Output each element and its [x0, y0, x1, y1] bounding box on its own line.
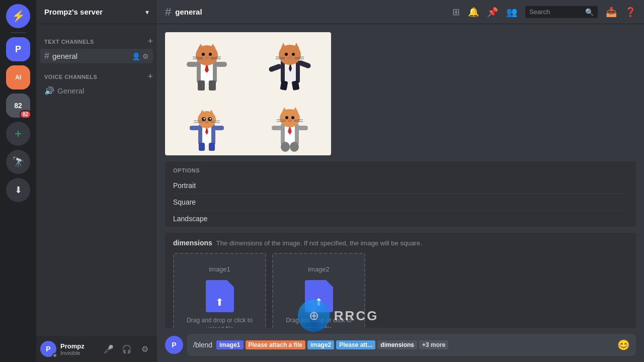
svg-point-47: [205, 121, 209, 123]
text-channels-label: TEXT CHANNELS: [44, 39, 94, 45]
svg-point-27: [287, 56, 292, 59]
user-controls: 🎤 🎧 ⚙: [101, 341, 153, 357]
prompz-server-icon[interactable]: P: [6, 37, 30, 61]
top-bar: # general ⊞ 🔔 📌 👥 🔍 📥 ❓: [157, 0, 644, 24]
emoji-button[interactable]: 😊: [617, 339, 630, 351]
inbox-icon[interactable]: 📥: [606, 7, 617, 18]
username: Prompz: [60, 342, 97, 350]
user-area: P Prompz Invisible 🎤 🎧 ⚙: [36, 336, 157, 362]
svg-point-25: [285, 53, 288, 56]
message-input-bar: P /blend image1 Please attach a file ima…: [157, 328, 644, 362]
dimensions-description: The dimensions of the image. If not spec…: [216, 239, 422, 247]
dimensions-section: dimensions The dimensions of the image. …: [165, 233, 636, 328]
channel-sidebar: Prompz's server ▾ TEXT CHANNELS + # gene…: [36, 0, 157, 362]
svg-point-45: [203, 118, 205, 119]
svg-point-72: [281, 142, 290, 152]
user-info: Prompz Invisible: [60, 342, 97, 356]
search-icon: 🔍: [585, 8, 594, 16]
top-bar-channel: # general: [165, 6, 202, 19]
cat-cell-4: [248, 94, 331, 156]
channel-person-icon[interactable]: 👤: [132, 52, 140, 60]
upload-icon-1: ⬆: [206, 280, 234, 312]
upload-box-title-1: image1: [209, 265, 230, 273]
svg-point-8: [209, 53, 212, 56]
message-input-avatar: P: [165, 336, 183, 354]
message-input-content[interactable]: /blend image1 Please attach a file image…: [187, 334, 636, 356]
svg-rect-16: [198, 80, 205, 90]
option-square[interactable]: Square: [173, 194, 628, 211]
svg-rect-71: [298, 126, 308, 130]
svg-rect-54: [199, 143, 205, 151]
svg-rect-55: [209, 143, 215, 151]
server-icon-3[interactable]: 82 82: [6, 94, 30, 118]
server-header[interactable]: Prompz's server ▾: [36, 0, 157, 24]
pin-icon[interactable]: 📌: [487, 7, 498, 18]
channel-hash-icon: #: [44, 51, 49, 61]
svg-rect-14: [187, 62, 198, 67]
text-channels-category[interactable]: TEXT CHANNELS +: [36, 28, 157, 49]
cmd-tag-image2-extra[interactable]: Please att...: [336, 340, 375, 349]
voice-channel-name: General: [57, 86, 149, 95]
home-server-icon[interactable]: ⚡: [6, 4, 30, 28]
upload-box-title-2: image2: [308, 265, 330, 273]
command-tags: image1 Please attach a file image2 Pleas…: [216, 340, 613, 349]
cat-cell-1: [165, 32, 248, 94]
deafen-button[interactable]: 🎧: [119, 341, 135, 357]
dimensions-title: dimensions: [173, 239, 212, 247]
svg-point-64: [291, 116, 294, 119]
svg-point-26: [292, 53, 295, 56]
members-list-icon[interactable]: 👥: [506, 7, 517, 18]
svg-rect-15: [216, 62, 227, 67]
options-label: OPTIONS: [173, 167, 628, 173]
user-status-dot: [52, 353, 57, 358]
cmd-tag-image2[interactable]: image2: [307, 340, 334, 349]
svg-point-73: [290, 142, 299, 152]
notifications-icon[interactable]: 🔔: [468, 7, 479, 18]
add-server-button[interactable]: +: [6, 122, 30, 146]
svg-point-9: [204, 56, 209, 59]
cat-image-grid: [165, 32, 331, 155]
upload-box-image2[interactable]: image2 ⬆ Drag and drop or click to uploa…: [272, 253, 365, 328]
svg-point-65: [287, 119, 292, 122]
add-text-channel-button[interactable]: +: [147, 36, 153, 47]
cmd-tag-attach-file[interactable]: Please attach a file: [246, 340, 305, 349]
add-voice-channel-button[interactable]: +: [147, 71, 153, 82]
upload-icon-2: ⬆: [305, 280, 333, 312]
options-panel: OPTIONS Portrait Square Landscape: [165, 161, 636, 227]
server-divider: [10, 32, 26, 33]
option-portrait[interactable]: Portrait: [173, 177, 628, 194]
cmd-tag-dimensions[interactable]: dimensions: [377, 340, 417, 349]
channel-item-general[interactable]: # general 👤 ⚙: [40, 49, 153, 63]
svg-rect-53: [214, 126, 224, 130]
explore-button[interactable]: 🔭: [6, 150, 30, 174]
svg-rect-52: [190, 126, 199, 130]
voice-icon: 🔊: [44, 86, 54, 96]
user-settings-button[interactable]: ⚙: [137, 341, 153, 357]
user-avatar: P: [40, 341, 56, 357]
members-icon[interactable]: ⊞: [452, 7, 460, 18]
option-landscape[interactable]: Landscape: [173, 211, 628, 227]
upload-box-image1[interactable]: image1 ⬆ Drag and drop or click to uploa…: [173, 253, 266, 328]
main-content: # general ⊞ 🔔 📌 👥 🔍 📥 ❓: [157, 0, 644, 362]
upload-text-1: Drag and drop or click to upload file: [180, 316, 259, 328]
top-bar-icons: ⊞ 🔔 📌 👥 🔍 📥 ❓: [452, 6, 636, 18]
help-icon[interactable]: ❓: [625, 7, 636, 18]
search-input[interactable]: [529, 8, 583, 16]
image-container: [165, 32, 331, 155]
channel-settings-icon[interactable]: ⚙: [142, 52, 149, 60]
svg-rect-70: [272, 126, 282, 130]
svg-point-46: [209, 118, 211, 119]
top-bar-hash-icon: #: [165, 6, 171, 19]
server-icon-2[interactable]: AI: [6, 65, 30, 89]
cat-cell-3: [165, 94, 248, 156]
channel-icons: 👤 ⚙: [132, 52, 149, 60]
voice-channels-category[interactable]: VOICE CHANNELS +: [36, 63, 157, 84]
download-button[interactable]: ⬇: [6, 178, 30, 202]
mute-button[interactable]: 🎤: [101, 341, 117, 357]
channel-item-general-voice[interactable]: 🔊 General: [40, 84, 153, 98]
search-bar[interactable]: 🔍: [525, 6, 598, 18]
cmd-tag-more[interactable]: +3 more: [419, 340, 448, 349]
cmd-tag-image1[interactable]: image1: [216, 340, 243, 349]
channel-list: TEXT CHANNELS + # general 👤 ⚙ VOICE CHAN…: [36, 24, 157, 336]
svg-point-63: [285, 116, 288, 119]
